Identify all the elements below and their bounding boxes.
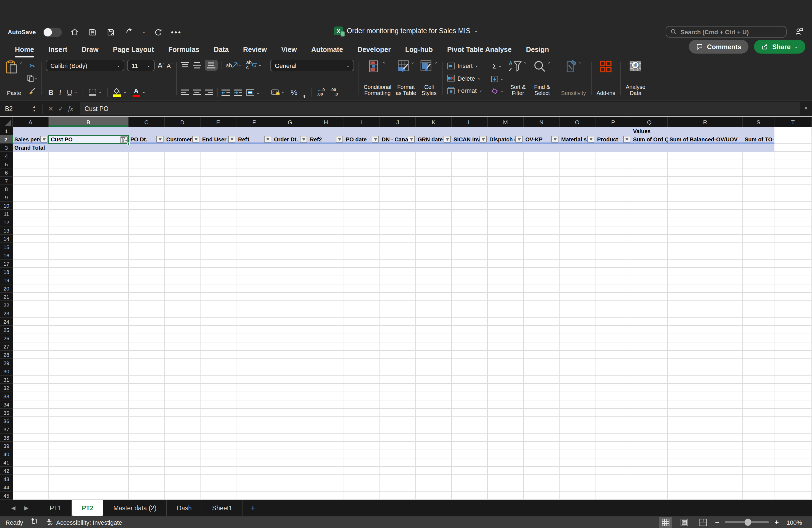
- normal-view-icon[interactable]: [659, 517, 672, 528]
- decrease-font-icon[interactable]: Aˇ: [167, 62, 172, 69]
- formula-input[interactable]: Cust PO: [80, 102, 800, 115]
- document-title-area[interactable]: X Order monitoring template for Sales MI…: [334, 27, 478, 35]
- row-header-9[interactable]: 9: [0, 194, 13, 202]
- filter-dropdown-button-M[interactable]: [516, 136, 523, 143]
- pivot-header-Q[interactable]: Sum of Ord Qty: [632, 136, 668, 144]
- accessibility-status[interactable]: Accessibility: Investigate: [56, 519, 122, 526]
- zoom-slider[interactable]: [725, 522, 769, 523]
- align-top-icon[interactable]: [180, 62, 189, 69]
- sheet-nav-left-icon[interactable]: ◀: [11, 505, 15, 511]
- column-header-F[interactable]: F: [236, 117, 272, 127]
- filter-dropdown-button-O[interactable]: [587, 136, 594, 143]
- row-header-38[interactable]: 38: [0, 434, 13, 442]
- percent-icon[interactable]: %: [291, 88, 298, 97]
- comma-style-icon[interactable]: ,: [303, 89, 305, 96]
- formula-bar-expand-icon[interactable]: ▼: [804, 106, 808, 111]
- filter-dropdown-button-D[interactable]: [192, 136, 199, 143]
- format-cells-button[interactable]: Format⌄: [447, 87, 482, 94]
- pivot-header-G[interactable]: Order Dt.: [272, 136, 308, 144]
- fill-down-icon[interactable]: ⌄: [491, 76, 503, 82]
- filter-dropdown-button-I[interactable]: [372, 136, 379, 143]
- conditional-formatting-dropdown-icon[interactable]: ⌄: [382, 60, 386, 64]
- autosave-toggle[interactable]: [43, 28, 62, 37]
- pivot-header-A[interactable]: Sales perso: [13, 136, 48, 144]
- fill-color-dropdown-icon[interactable]: ⌄: [123, 90, 127, 94]
- decrease-decimal-icon[interactable]: .00→.0: [330, 88, 338, 97]
- row-header-12[interactable]: 12: [0, 218, 13, 227]
- font-name-select[interactable]: Calibri (Body)⌄: [46, 60, 125, 71]
- filter-dropdown-button-E[interactable]: [228, 136, 235, 143]
- ribbon-tab-page-layout[interactable]: Page Layout: [106, 44, 161, 56]
- pivot-header-K[interactable]: GRN date: [416, 136, 452, 144]
- pivot-header-I[interactable]: PO date: [344, 136, 380, 144]
- row-header-35[interactable]: 35: [0, 409, 13, 417]
- ribbon-tab-automate[interactable]: Automate: [304, 44, 350, 56]
- ribbon-tab-draw[interactable]: Draw: [75, 44, 106, 56]
- home-icon[interactable]: [69, 27, 80, 38]
- align-middle-icon[interactable]: [193, 62, 201, 69]
- comments-button[interactable]: Comments: [689, 40, 749, 54]
- row-header-41[interactable]: 41: [0, 459, 13, 467]
- row-header-11[interactable]: 11: [0, 210, 13, 218]
- row-header-16[interactable]: 16: [0, 252, 13, 260]
- row-header-17[interactable]: 17: [0, 260, 13, 268]
- format-as-table-dropdown-icon[interactable]: ⌄: [411, 60, 414, 64]
- italic-button[interactable]: I: [59, 88, 62, 97]
- row-header-29[interactable]: 29: [0, 359, 13, 368]
- row-header-6[interactable]: 6: [0, 169, 13, 177]
- align-right-icon[interactable]: [205, 89, 213, 96]
- pivot-header-R[interactable]: Sum of Balanced-OV/UOV: [668, 136, 743, 144]
- cell-styles-dropdown-icon[interactable]: ⌄: [434, 60, 437, 64]
- row-header-2[interactable]: 2: [0, 136, 13, 144]
- number-format-select[interactable]: General⌄: [271, 60, 354, 71]
- filter-dropdown-button-N[interactable]: [551, 136, 559, 143]
- pivot-header-N[interactable]: OV-KP: [524, 136, 560, 144]
- ribbon-tab-home[interactable]: Home: [8, 44, 41, 56]
- row-header-23[interactable]: 23: [0, 310, 13, 318]
- row-header-40[interactable]: 40: [0, 450, 13, 459]
- decrease-indent-icon[interactable]: [221, 89, 230, 96]
- pivot-header-M[interactable]: Dispatch d: [488, 136, 524, 144]
- title-dropdown-icon[interactable]: ⌄: [474, 29, 478, 33]
- people-presence-icon[interactable]: [793, 27, 804, 38]
- filter-dropdown-button-P[interactable]: [623, 136, 630, 143]
- format-painter-icon[interactable]: [27, 87, 38, 95]
- filter-dropdown-button-H[interactable]: [336, 136, 343, 143]
- analyse-data-button[interactable]: Analyse Data: [624, 60, 646, 97]
- pivot-header-E[interactable]: End User: [201, 136, 236, 144]
- pivot-header-O[interactable]: Material s: [560, 136, 595, 144]
- row-header-4[interactable]: 4: [0, 152, 13, 160]
- pivot-header-P[interactable]: Product: [595, 136, 632, 144]
- row-header-24[interactable]: 24: [0, 318, 13, 326]
- row-header-10[interactable]: 10: [0, 202, 13, 210]
- find-select-dropdown-icon[interactable]: ⌄: [547, 60, 550, 64]
- row-header-21[interactable]: 21: [0, 293, 13, 301]
- row-header-15[interactable]: 15: [0, 243, 13, 252]
- row-header-18[interactable]: 18: [0, 268, 13, 276]
- conditional-formatting-button[interactable]: ⌄ Conditional Formatting: [363, 60, 392, 97]
- row-header-37[interactable]: 37: [0, 426, 13, 434]
- pivot-header-F[interactable]: Ref1: [236, 136, 272, 144]
- filter-dropdown-button-C[interactable]: [156, 136, 163, 143]
- row-header-33[interactable]: 33: [0, 392, 13, 401]
- page-layout-view-icon[interactable]: [678, 517, 691, 528]
- borders-button[interactable]: ⌄: [89, 89, 101, 96]
- ribbon-tab-formulas[interactable]: Formulas: [161, 44, 207, 56]
- share-dropdown-icon[interactable]: ⌄: [795, 45, 798, 49]
- column-header-N[interactable]: N: [524, 117, 560, 127]
- bold-button[interactable]: B: [48, 88, 54, 97]
- redo-icon[interactable]: [153, 27, 164, 38]
- ribbon-tab-insert[interactable]: Insert: [41, 44, 74, 56]
- more-commands-icon[interactable]: •••: [171, 28, 182, 36]
- save-icon[interactable]: [87, 27, 98, 38]
- sheet-tab-sheet1[interactable]: Sheet1: [202, 500, 243, 516]
- font-size-select[interactable]: 11⌄: [127, 60, 155, 71]
- column-header-E[interactable]: E: [201, 117, 236, 127]
- autosum-icon[interactable]: Σ⌄: [491, 62, 503, 70]
- row-header-42[interactable]: 42: [0, 467, 13, 475]
- pivot-header-S[interactable]: Sum of TO-KP: [743, 136, 774, 144]
- row-header-8[interactable]: 8: [0, 185, 13, 194]
- name-box[interactable]: B2 ▲▼: [0, 105, 39, 112]
- row-header-22[interactable]: 22: [0, 301, 13, 310]
- filter-dropdown-button-L[interactable]: [479, 136, 487, 143]
